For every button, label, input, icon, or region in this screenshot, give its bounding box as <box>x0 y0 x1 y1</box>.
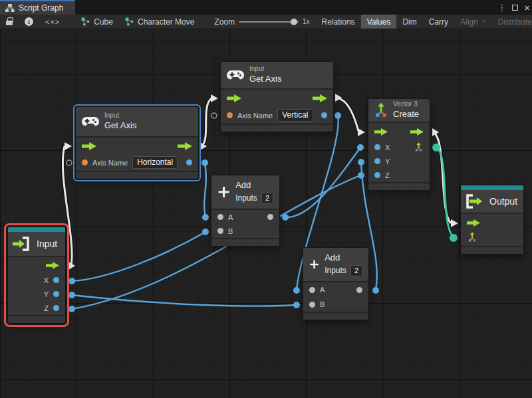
window-maximize-icon[interactable] <box>512 5 518 11</box>
lock-button[interactable] <box>0 15 19 29</box>
flow-in-arrow-icon[interactable] <box>227 94 241 102</box>
axis-name-port[interactable] <box>227 112 233 118</box>
inputs-label: Inputs <box>325 266 346 275</box>
vector3-out-port-icon[interactable] <box>414 142 424 152</box>
node-footer <box>221 124 333 132</box>
flow-in-arrow-icon[interactable] <box>82 142 96 150</box>
flow-in-arrow-icon[interactable] <box>467 219 480 227</box>
node-title: Input <box>37 238 57 250</box>
breadcrumb-cube[interactable]: Cube <box>75 15 119 29</box>
output-bracket-icon <box>466 193 484 209</box>
node-subtitle: Input <box>104 112 136 120</box>
gamepad-icon <box>82 117 99 127</box>
port-b[interactable] <box>309 302 315 308</box>
node-header: InputGet Axis <box>221 62 333 90</box>
port-z-label: Z <box>385 171 390 179</box>
flow-in-arrow-icon[interactable] <box>374 128 388 136</box>
node-footer <box>368 182 430 190</box>
port-a-label: A <box>228 213 233 221</box>
tab-label: Script Graph <box>19 3 63 13</box>
port-a[interactable] <box>309 287 315 293</box>
port-x-label: X <box>44 276 49 284</box>
port-a-label: A <box>320 286 325 294</box>
io-node-color-strip <box>8 227 65 232</box>
carry-button[interactable]: Carry <box>423 15 454 29</box>
breadcrumb-character-move[interactable]: Character Move <box>119 15 200 29</box>
gamepad-icon <box>227 70 244 80</box>
tab-script-graph[interactable]: Script Graph <box>0 0 75 15</box>
relations-button[interactable]: Relations <box>316 15 361 29</box>
node-vector3-create[interactable]: Vector 3Create X Y Z <box>368 98 430 191</box>
node-header: Add Inputs2 <box>211 175 279 210</box>
value-out-port[interactable] <box>321 112 327 118</box>
script-graph-window: Script Graph ⋮ × i <×> Cube Character Mo… <box>0 0 532 398</box>
zoom-label: Zoom <box>214 17 235 27</box>
port-b-label: B <box>320 300 325 308</box>
info-icon: i <box>25 17 33 26</box>
node-title: Output <box>489 195 517 207</box>
node-get-axis-horizontal[interactable]: InputGet Axis Axis Name Horizontal <box>75 106 199 179</box>
info-button[interactable]: i <box>19 15 39 29</box>
values-button[interactable]: Values <box>361 15 397 29</box>
graph-toolbar: i <×> Cube Character Move Zoom 1x Relati… <box>0 15 532 29</box>
zoom-slider[interactable] <box>239 21 299 23</box>
param-label: Axis Name <box>237 112 273 120</box>
node-header: InputGet Axis <box>76 107 198 138</box>
node-add-2[interactable]: Add Inputs2 A B <box>303 247 369 320</box>
port-z[interactable] <box>374 172 380 178</box>
node-graph-output[interactable]: Output <box>460 185 524 254</box>
align-dropdown[interactable]: Align▼ <box>454 15 492 29</box>
port-z-label: Z <box>44 304 49 312</box>
zoom-value: 1x <box>303 18 310 25</box>
node-header: Add Inputs2 <box>303 248 368 282</box>
port-b[interactable] <box>217 228 223 234</box>
flow-out-arrow-icon[interactable] <box>46 262 59 269</box>
dim-button[interactable]: Dim <box>396 15 422 29</box>
vector3-in-port-icon[interactable] <box>467 232 477 243</box>
node-title: Add <box>235 180 273 191</box>
node-title: Create <box>393 109 419 120</box>
node-subtitle: Input <box>249 65 281 74</box>
zoom-slider-knob[interactable] <box>291 19 297 25</box>
breadcrumb-label: Character Move <box>138 17 194 27</box>
zoom-control: Zoom 1x <box>208 15 315 29</box>
port-b-label: B <box>228 227 233 235</box>
window-close-icon[interactable]: × <box>524 3 530 13</box>
distribute-dropdown[interactable]: Distribute▼ <box>492 15 532 29</box>
port-y[interactable] <box>374 158 380 164</box>
flow-out-arrow-icon[interactable] <box>410 128 424 136</box>
code-preview-button[interactable]: <×> <box>39 15 66 29</box>
port-x[interactable] <box>374 144 380 150</box>
node-subtitle: Vector 3 <box>393 100 419 109</box>
breadcrumb-label: Cube <box>94 17 113 27</box>
axis-name-port[interactable] <box>82 159 88 165</box>
graph-hierarchy-icon <box>5 3 15 13</box>
axis-name-field[interactable]: Vertical <box>277 109 313 122</box>
port-y-label: Y <box>44 290 49 298</box>
sum-out-port[interactable] <box>356 287 362 293</box>
node-footer <box>211 238 279 246</box>
sum-out-port[interactable] <box>267 214 273 220</box>
inputs-count-field[interactable]: 2 <box>261 193 273 204</box>
graph-node-icon <box>125 17 134 26</box>
flow-out-arrow-icon[interactable] <box>313 94 327 102</box>
node-get-axis-vertical[interactable]: InputGet Axis Axis Name Vertical <box>220 61 334 132</box>
io-node-color-strip <box>461 185 523 190</box>
port-x-label: X <box>385 144 390 151</box>
node-graph-input[interactable]: Input X Y Z <box>7 227 66 324</box>
port-z[interactable] <box>53 305 59 311</box>
flow-out-arrow-icon[interactable] <box>178 142 192 150</box>
window-menu-icon[interactable]: ⋮ <box>497 3 506 12</box>
port-y[interactable] <box>53 291 59 297</box>
node-title: Add <box>325 252 362 264</box>
inputs-count-field[interactable]: 2 <box>350 265 362 276</box>
port-a[interactable] <box>217 214 223 220</box>
node-footer <box>303 312 368 320</box>
port-x[interactable] <box>53 277 59 283</box>
axis-name-field[interactable]: Horizontal <box>132 156 178 169</box>
plus-icon <box>217 184 230 200</box>
value-out-port[interactable] <box>186 159 192 165</box>
node-header: Output <box>461 190 523 214</box>
node-add-1[interactable]: Add Inputs2 A B <box>211 175 280 247</box>
node-header: Input <box>8 232 65 257</box>
